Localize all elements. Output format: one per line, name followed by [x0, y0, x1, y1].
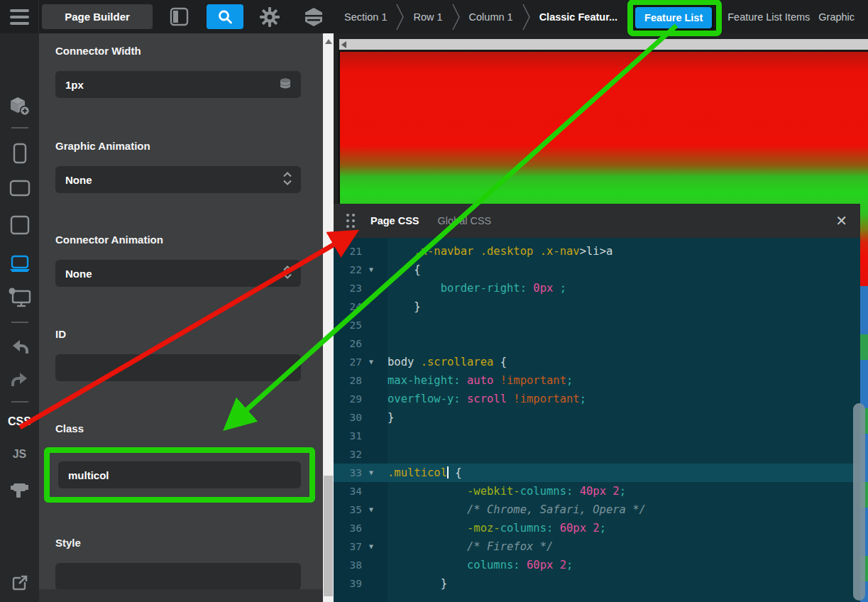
- line-number: 32: [334, 445, 362, 464]
- code-line-35[interactable]: 35▼ /* Chrome, Safari, Opera */: [334, 500, 860, 519]
- style-input[interactable]: [55, 563, 301, 590]
- code-line-27[interactable]: 27▼body .scrollarea {: [334, 353, 860, 371]
- fold-marker-icon[interactable]: ▼: [369, 261, 383, 279]
- phone-icon[interactable]: [13, 143, 27, 164]
- code-line-23[interactable]: 23 border-right: 0px ;: [334, 279, 860, 297]
- connector-width-input[interactable]: 1px: [55, 71, 301, 98]
- undo-icon[interactable]: [11, 339, 29, 356]
- code-line-30[interactable]: 30}: [334, 408, 860, 427]
- code-line-36[interactable]: 36 -moz-columns: 60px 2;: [334, 519, 860, 537]
- scroll-left-arrow-icon[interactable]: [341, 41, 346, 48]
- panel-toggle-icon[interactable]: [166, 4, 192, 30]
- breadcrumb-chevron-icon: [452, 3, 460, 31]
- line-number: 28: [334, 371, 362, 390]
- code-editor-scrollbar[interactable]: [853, 403, 865, 601]
- line-number: 35: [334, 500, 362, 519]
- code-line-21[interactable]: 21 .x-navbar .desktop .x-nav>li>a: [334, 242, 860, 261]
- breadcrumb-graphic[interactable]: Graphic: [814, 11, 859, 23]
- line-number: 27: [334, 353, 362, 371]
- graphic-animation-label: Graphic Animation: [55, 140, 301, 152]
- breadcrumb-feature-list-items[interactable]: Feature List Items: [723, 11, 814, 23]
- panel-scrollbar[interactable]: [323, 33, 334, 602]
- tablet-landscape-icon[interactable]: [9, 180, 31, 197]
- code-line-33[interactable]: 33▼.multicol {: [334, 464, 860, 482]
- theme-logo-icon[interactable]: [301, 4, 326, 30]
- code-text: }: [388, 297, 860, 316]
- code-text: }: [388, 574, 860, 593]
- tab-page-css[interactable]: Page CSS: [370, 215, 419, 226]
- code-text: /* Firefox */: [388, 537, 860, 556]
- fold-marker-icon[interactable]: ▼: [369, 537, 383, 556]
- tab-global-css[interactable]: Global CSS: [438, 215, 492, 226]
- element-settings-panel: Connector Width 1px Graphic Animation No…: [39, 33, 323, 602]
- redo-icon[interactable]: [11, 371, 29, 388]
- connector-width-value: 1px: [65, 79, 84, 91]
- connector-animation-value: None: [65, 268, 92, 280]
- code-line-39[interactable]: 39 }: [334, 574, 860, 593]
- line-number: 37: [334, 537, 362, 556]
- select-chevrons-icon: [282, 266, 292, 282]
- scroll-up-arrow-icon[interactable]: [325, 39, 332, 44]
- preview-horizontal-scrollbar[interactable]: [339, 39, 868, 50]
- desktop-icon[interactable]: [8, 288, 32, 307]
- breadcrumb-classic-feature[interactable]: Classic Featur...: [535, 11, 622, 23]
- code-text: }: [388, 408, 860, 427]
- laptop-icon[interactable]: [9, 255, 31, 273]
- code-line-29[interactable]: 29overflow-y: scroll !important;: [334, 390, 860, 408]
- line-number: 39: [334, 574, 362, 593]
- add-element-icon[interactable]: [9, 96, 31, 117]
- code-line-25[interactable]: 25: [334, 316, 860, 334]
- line-number: 24: [334, 297, 362, 316]
- code-line-26[interactable]: 26: [334, 334, 860, 353]
- code-line-28[interactable]: 28max-height: auto !important;: [334, 371, 860, 390]
- line-number: 22: [334, 261, 362, 279]
- breadcrumb-row[interactable]: Row 1: [409, 11, 446, 23]
- sidebar-item-css[interactable]: CSS: [8, 415, 31, 428]
- close-icon[interactable]: ✕: [835, 214, 847, 228]
- id-label: ID: [55, 328, 301, 340]
- line-number: 23: [334, 279, 362, 297]
- sidebar-item-js[interactable]: JS: [13, 448, 27, 461]
- external-link-icon[interactable]: [11, 575, 28, 592]
- page-builder-button[interactable]: Page Builder: [42, 4, 153, 29]
- fold-marker-icon[interactable]: ▼: [369, 464, 383, 482]
- code-line-38[interactable]: 38 columns: 60px 2;: [334, 556, 860, 574]
- fold-marker-icon[interactable]: ▼: [369, 500, 383, 519]
- code-line-22[interactable]: 22▼ {: [334, 261, 860, 279]
- code-line-37[interactable]: 37▼ /* Firefox */: [334, 537, 860, 556]
- fold-marker-icon[interactable]: ▼: [369, 353, 383, 371]
- gear-icon[interactable]: [257, 4, 282, 30]
- style-label: Style: [55, 537, 301, 549]
- id-input[interactable]: [55, 354, 301, 381]
- code-text: .multicol {: [388, 464, 860, 482]
- connector-animation-label: Connector Animation: [55, 234, 301, 246]
- graphic-animation-value: None: [65, 174, 92, 186]
- select-chevrons-icon: [282, 172, 292, 188]
- divider: [11, 401, 28, 403]
- code-line-32[interactable]: 32: [334, 445, 860, 464]
- tools-icon[interactable]: [10, 479, 30, 499]
- line-number: 26: [334, 334, 362, 353]
- code-line-31[interactable]: 31: [334, 427, 860, 445]
- connector-animation-select[interactable]: None: [55, 260, 301, 287]
- line-number: 38: [334, 556, 362, 574]
- code-text: max-height: auto !important;: [388, 371, 860, 390]
- database-icon[interactable]: [278, 77, 292, 92]
- breadcrumb-feature-list-active[interactable]: Feature List: [635, 7, 712, 28]
- code-line-34[interactable]: 34 -webkit-columns: 40px 2;: [334, 482, 860, 500]
- breadcrumb-column[interactable]: Column 1: [465, 11, 517, 23]
- menu-icon[interactable]: [0, 0, 39, 33]
- divider: [11, 127, 28, 128]
- code-area[interactable]: 21 .x-navbar .desktop .x-nav>li>a22▼ {23…: [334, 238, 860, 602]
- line-number: 36: [334, 519, 362, 537]
- breadcrumb-chevron-icon: [522, 3, 530, 31]
- code-text: /* Chrome, Safari, Opera */: [388, 500, 860, 519]
- code-line-24[interactable]: 24 }: [334, 297, 860, 316]
- class-input[interactable]: [58, 461, 301, 488]
- panel-scrollbar-thumb[interactable]: [324, 476, 333, 596]
- graphic-animation-select[interactable]: None: [55, 166, 301, 193]
- search-button[interactable]: [207, 4, 243, 29]
- breadcrumb-section[interactable]: Section 1: [340, 11, 391, 23]
- drag-handle-icon[interactable]: [346, 214, 355, 228]
- tablet-portrait-icon[interactable]: [10, 215, 30, 235]
